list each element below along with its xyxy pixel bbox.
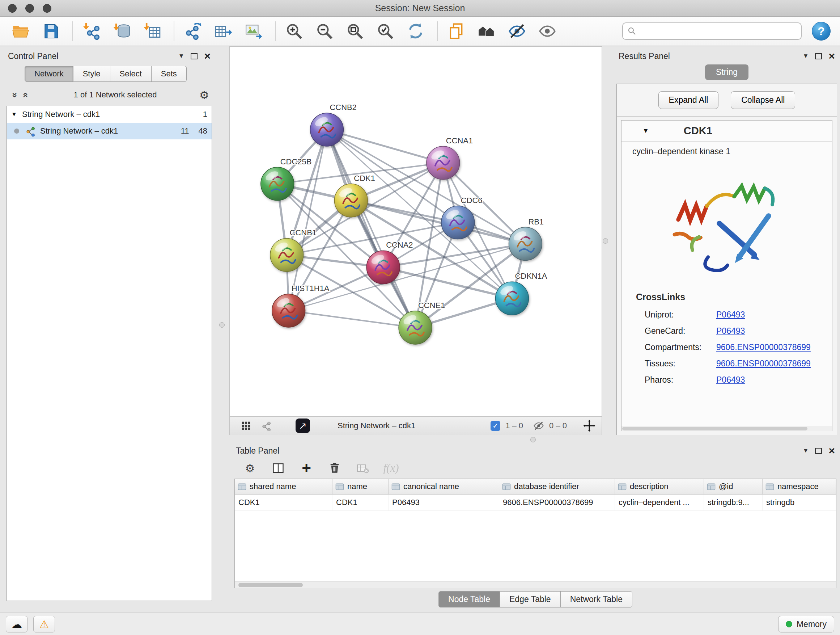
title-bar[interactable]: Session: New Session (0, 0, 840, 17)
table-cell[interactable]: CDK1 (332, 494, 388, 510)
tab-network-table[interactable]: Network Table (561, 591, 632, 608)
tab-sets[interactable]: Sets (152, 66, 187, 82)
column-header-namespace[interactable]: namespace (763, 479, 836, 494)
table-cell[interactable]: P06493 (388, 494, 499, 510)
home-button[interactable] (475, 20, 498, 42)
scrollbar-thumb[interactable] (622, 427, 807, 431)
memory-button[interactable]: Memory (778, 616, 834, 632)
network-node-CCNB2[interactable] (310, 113, 344, 146)
collapse-all-icon[interactable]: » (9, 89, 21, 100)
close-panel-icon[interactable]: × (204, 52, 210, 60)
hide-selected-button[interactable] (506, 20, 528, 42)
help-button[interactable]: ? (812, 22, 831, 41)
column-header-description[interactable]: description (615, 479, 704, 494)
splitter-grip[interactable] (531, 437, 536, 442)
add-column-icon[interactable]: + (300, 461, 313, 475)
grid-view-icon[interactable] (240, 420, 251, 431)
refresh-view-button[interactable] (404, 20, 427, 42)
table-settings-gear-icon[interactable]: ⚙ (243, 461, 257, 475)
function-builder-icon[interactable]: f(x) (384, 461, 398, 475)
network-node-HIST1H1A[interactable] (272, 294, 305, 327)
crosslink-link[interactable]: P06493 (716, 310, 745, 320)
export-table-button[interactable] (212, 20, 234, 42)
move-crosshair-icon[interactable] (583, 419, 596, 432)
gear-icon[interactable]: ⚙ (199, 89, 209, 101)
network-row[interactable]: String Network – cdk1 11 48 (7, 123, 212, 139)
network-node-CCNA1[interactable] (426, 146, 460, 180)
import-network-file-button[interactable] (80, 20, 103, 42)
column-header-@id[interactable]: @id (704, 479, 763, 494)
table-cell[interactable]: 9606.ENSP00000378699 (499, 494, 615, 510)
crosslink-link[interactable]: P06493 (716, 326, 745, 336)
network-graph[interactable]: CCNB2CCNA1CDC25BCDK1CDC6RB1CCNB1CCNA2CDK… (230, 47, 602, 416)
tab-select[interactable]: Select (111, 66, 152, 82)
network-collection-row[interactable]: ▼ String Network – cdk1 1 (7, 106, 212, 123)
close-panel-icon[interactable]: × (829, 52, 835, 60)
maximize-panel-icon[interactable] (815, 53, 822, 59)
save-session-button[interactable] (40, 20, 62, 42)
zoom-out-button[interactable] (313, 20, 336, 42)
import-table-button[interactable] (141, 20, 164, 42)
float-panel-icon[interactable]: ▼ (803, 447, 809, 454)
expand-all-button[interactable]: Expand All (658, 91, 719, 109)
column-header-canonical-name[interactable]: canonical name (388, 479, 499, 494)
tab-node-table[interactable]: Node Table (439, 591, 500, 608)
float-panel-icon[interactable]: ▼ (803, 52, 809, 60)
crosslink-link[interactable]: P06493 (716, 375, 745, 385)
network-canvas[interactable]: CCNB2CCNA1CDC25BCDK1CDC6RB1CCNB1CCNA2CDK… (229, 46, 602, 416)
close-panel-icon[interactable]: × (829, 447, 835, 454)
network-node-CDC25B[interactable] (261, 167, 294, 201)
collapse-gene-icon[interactable]: ▼ (643, 127, 649, 135)
column-header-database-identifier[interactable]: database identifier (499, 479, 615, 494)
float-panel-icon[interactable]: ▼ (178, 52, 185, 60)
scrollbar-thumb[interactable] (238, 583, 303, 587)
network-overview-icon[interactable] (261, 420, 272, 431)
maximize-panel-icon[interactable] (191, 53, 197, 59)
tab-string[interactable]: String (705, 65, 748, 80)
network-node-CDK1[interactable] (334, 184, 368, 217)
export-network-button[interactable] (182, 20, 204, 42)
network-node-CCNE1[interactable] (399, 311, 432, 344)
table-cell[interactable]: stringdb:9... (704, 494, 763, 510)
zoom-in-button[interactable] (283, 20, 305, 42)
network-node-CDKN1A[interactable] (496, 282, 529, 315)
annotation-mode-button[interactable]: ↗ (295, 418, 310, 433)
zoom-fit-button[interactable] (344, 20, 366, 42)
tab-edge-table[interactable]: Edge Table (500, 591, 561, 608)
zoom-selected-button[interactable] (374, 20, 396, 42)
show-all-button[interactable] (536, 20, 559, 42)
delete-column-icon[interactable] (328, 461, 341, 475)
open-session-button[interactable] (9, 20, 32, 42)
search-input[interactable] (639, 27, 797, 36)
duplicate-network-button[interactable] (445, 20, 467, 42)
collapse-triangle-icon[interactable]: ▼ (11, 111, 22, 118)
table-cell[interactable]: cyclin–dependent ... (615, 494, 704, 510)
warnings-button[interactable]: ⚠ (33, 616, 55, 632)
tab-style[interactable]: Style (73, 66, 111, 82)
table-row[interactable]: CDK1CDK1P064939606.ENSP00000378699cyclin… (235, 494, 836, 511)
crosslink-link[interactable]: 9606.ENSP00000378699 (716, 342, 811, 352)
hidden-eye-icon[interactable] (533, 420, 544, 431)
column-header-shared-name[interactable]: shared name (235, 479, 332, 494)
table-horizontal-scrollbar[interactable] (235, 581, 836, 588)
column-header-name[interactable]: name (332, 479, 388, 494)
delete-table-icon[interactable] (356, 461, 370, 475)
network-node-RB1[interactable] (508, 227, 542, 261)
show-columns-icon[interactable] (271, 461, 285, 475)
splitter-grip[interactable] (603, 238, 608, 244)
selected-checkbox-icon[interactable]: ✓ (491, 421, 500, 431)
gene-card-header[interactable]: ▼ CDK1 (622, 120, 832, 141)
collapse-all-button[interactable]: Collapse All (731, 91, 795, 109)
table-cell[interactable]: stringdb (763, 494, 836, 510)
tab-network[interactable]: Network (25, 66, 73, 82)
network-node-CCNA2[interactable] (366, 250, 400, 284)
table-cell[interactable]: CDK1 (235, 494, 332, 510)
import-network-database-button[interactable] (111, 20, 133, 42)
splitter-grip[interactable] (219, 322, 225, 328)
expand-all-icon[interactable]: « (20, 89, 32, 100)
network-node-CCNB1[interactable] (270, 238, 303, 272)
crosslink-link[interactable]: 9606.ENSP00000378699 (716, 359, 811, 369)
cloud-button[interactable]: ☁ (6, 616, 27, 632)
network-node-CDC6[interactable] (441, 206, 475, 239)
export-image-button[interactable] (242, 20, 265, 42)
